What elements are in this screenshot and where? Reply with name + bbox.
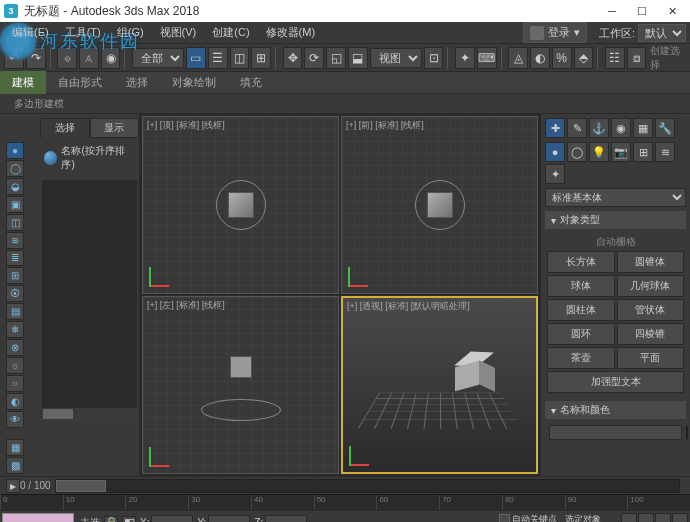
viewport-cube-icon[interactable] [455, 364, 487, 396]
zoom-all-button[interactable] [638, 513, 654, 522]
ribbon-tab-paint[interactable]: 对象绘制 [160, 71, 228, 94]
viewport-cube-icon[interactable] [228, 192, 254, 218]
explorer-icon-invert[interactable]: ◐ [6, 393, 24, 410]
placement-button[interactable]: ⬓ [348, 47, 368, 69]
explorer-icon-frozen[interactable]: ❄ [6, 321, 24, 338]
cat-helpers[interactable]: ⊞ [633, 142, 653, 162]
viewport-top[interactable]: [+] [顶] [标准] [线框] [142, 116, 339, 294]
link-button[interactable]: ⟐ [57, 47, 77, 69]
scale-button[interactable]: ◱ [326, 47, 346, 69]
subcategory-dropdown[interactable]: 标准基本体 [545, 188, 686, 207]
tab-modify[interactable]: ✎ [567, 118, 587, 138]
prim-sphere[interactable]: 球体 [547, 275, 615, 297]
explorer-icon-helpers[interactable]: ◫ [6, 214, 24, 231]
prim-cylinder[interactable]: 圆柱体 [547, 299, 615, 321]
prim-cone[interactable]: 圆锥体 [617, 251, 685, 273]
track-bar[interactable]: 0 10 20 30 40 50 60 70 80 90 100 [0, 494, 690, 510]
menu-edit[interactable]: 编辑(E) [4, 22, 57, 43]
login-button[interactable]: 登录 ▾ [523, 22, 587, 43]
time-slider-thumb[interactable] [56, 480, 106, 492]
rollout-head-namecolor[interactable]: ▾名称和颜色 [545, 401, 686, 419]
explorer-icon-none[interactable]: ○ [6, 375, 24, 392]
zoom-button[interactable] [621, 513, 637, 522]
mirror-button[interactable]: ⧈ [627, 47, 647, 69]
selection-filter[interactable]: 全部 [132, 48, 184, 68]
viewport-left[interactable]: [+] [左] [标准] [线框] [142, 296, 339, 474]
lock-icon[interactable]: 🔒 [104, 516, 118, 523]
x-input[interactable] [151, 515, 193, 522]
snap-button[interactable]: ◬ [508, 47, 528, 69]
explorer-icon-xref[interactable]: ⊞ [6, 267, 24, 284]
angle-snap-button[interactable]: ◐ [530, 47, 550, 69]
prim-textplus[interactable]: 加强型文本 [547, 371, 684, 393]
pivot-button[interactable]: ⊡ [424, 47, 444, 69]
menu-group[interactable]: 组(G) [109, 22, 152, 43]
explorer-icon-geometry[interactable]: ● [6, 142, 24, 159]
redo-button[interactable]: ↷ [26, 47, 46, 69]
ribbon-tab-populate[interactable]: 填充 [228, 71, 274, 94]
prim-pyramid[interactable]: 四棱锥 [617, 323, 685, 345]
zoom-extents-button[interactable] [655, 513, 671, 522]
viewport-cube-icon[interactable] [230, 356, 252, 378]
explorer-icon-eye[interactable]: 👁 [6, 411, 24, 428]
maxscript-listener[interactable]: MAXScript 迷 [2, 513, 74, 522]
cat-lights[interactable]: 💡 [589, 142, 609, 162]
explorer-icon-lights[interactable]: ◒ [6, 178, 24, 195]
rollout-head-objtype[interactable]: ▾对象类型 [545, 211, 686, 229]
ribbon-sub-polymodel[interactable]: 多边形建模 [6, 95, 72, 113]
keyboard-button[interactable]: ⌨ [477, 47, 497, 69]
explorer-hscroll[interactable] [42, 408, 137, 420]
explorer-tab-select[interactable]: 选择 [40, 118, 90, 138]
explorer-list[interactable] [42, 180, 137, 420]
cat-systems[interactable]: ✦ [545, 164, 565, 184]
tab-motion[interactable]: ◉ [611, 118, 631, 138]
workspace-selector[interactable]: 工作区: 默认 [599, 24, 686, 42]
rotate-button[interactable]: ⟳ [304, 47, 324, 69]
isolate-icon[interactable]: ◧ [122, 516, 136, 523]
select-button[interactable]: ▭ [186, 47, 206, 69]
tab-create[interactable]: ✚ [545, 118, 565, 138]
close-button[interactable]: ✕ [658, 1, 686, 21]
window-crossing-button[interactable]: ⊞ [251, 47, 271, 69]
prim-torus[interactable]: 圆环 [547, 323, 615, 345]
maximize-button[interactable]: ☐ [628, 1, 656, 21]
object-name-input[interactable] [549, 425, 682, 440]
explorer-icon-all[interactable]: ☼ [6, 357, 24, 374]
autogrid-checkbox[interactable]: 自动栅格 [547, 233, 684, 251]
time-slider-track[interactable] [55, 479, 680, 493]
bind-button[interactable]: ◉ [101, 47, 121, 69]
explorer-icon-bone[interactable]: ⦿ [6, 285, 24, 302]
tab-display[interactable]: ▦ [633, 118, 653, 138]
prim-tube[interactable]: 管状体 [617, 299, 685, 321]
explorer-icon-b[interactable]: ▩ [6, 457, 24, 474]
explorer-tab-display[interactable]: 显示 [90, 118, 140, 138]
menu-tools[interactable]: 工具(T) [57, 22, 109, 43]
ribbon-tab-select[interactable]: 选择 [114, 71, 160, 94]
explorer-icon-a[interactable]: ▦ [6, 439, 24, 456]
explorer-header[interactable]: 名称(按升序排序) [40, 138, 139, 178]
prim-geosphere[interactable]: 几何球体 [617, 275, 685, 297]
ribbon-tab-modeling[interactable]: 建模 [0, 71, 46, 94]
z-input[interactable] [265, 515, 307, 522]
explorer-icon-space[interactable]: ≋ [6, 232, 24, 249]
percent-snap-button[interactable]: % [552, 47, 572, 69]
object-color-swatch[interactable] [686, 426, 688, 440]
prim-plane[interactable]: 平面 [617, 347, 685, 369]
cat-shapes[interactable]: ◯ [567, 142, 587, 162]
spinner-snap-button[interactable]: ⬘ [574, 47, 594, 69]
explorer-icon-hidden[interactable]: ⊗ [6, 339, 24, 356]
tab-utilities[interactable]: 🔧 [655, 118, 675, 138]
undo-button[interactable]: ↶ [4, 47, 24, 69]
explorer-icon-cameras[interactable]: ▣ [6, 196, 24, 213]
select-name-button[interactable]: ☰ [208, 47, 228, 69]
named-sel-button[interactable]: ☷ [605, 47, 625, 69]
menu-view[interactable]: 视图(V) [152, 22, 205, 43]
move-button[interactable]: ✥ [283, 47, 303, 69]
manipulate-button[interactable]: ✦ [455, 47, 475, 69]
ribbon-tab-freeform[interactable]: 自由形式 [46, 71, 114, 94]
viewport-cube-icon[interactable] [427, 192, 453, 218]
zoom-region-button[interactable] [672, 513, 688, 522]
cat-cameras[interactable]: 📷 [611, 142, 631, 162]
viewport-left-label[interactable]: [+] [左] [标准] [线框] [147, 299, 225, 312]
time-config-icon[interactable]: ▸ [6, 479, 20, 493]
